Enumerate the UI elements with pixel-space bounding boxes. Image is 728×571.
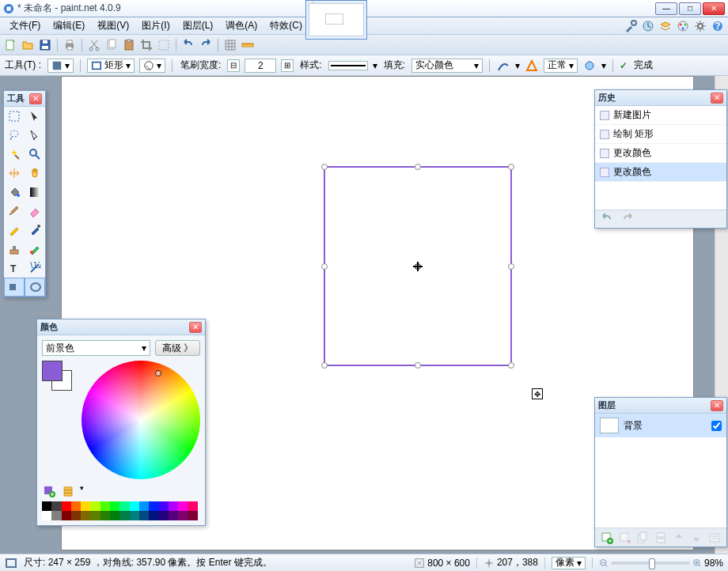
save-button[interactable] [38,38,52,52]
palette-color[interactable] [169,511,178,520]
palette-color[interactable] [188,501,197,511]
add-color-icon[interactable] [42,484,56,498]
palette-color[interactable] [100,501,110,511]
handle-mr[interactable] [508,263,514,270]
clone-tool[interactable] [4,240,25,259]
recolor-tool[interactable] [25,240,45,259]
palette-color[interactable] [130,511,139,520]
palette-color[interactable] [110,511,119,520]
color-mode-selector[interactable]: 前景色▾ [42,340,150,356]
layer-props-button[interactable] [707,531,722,545]
move-up-button[interactable] [672,531,686,545]
palette-color[interactable] [42,501,51,511]
menu-file[interactable]: 文件(F) [3,17,47,34]
palette-color[interactable] [90,501,100,511]
layers-toggle-icon[interactable] [658,19,673,33]
color-wheel[interactable] [82,361,200,479]
brush-increase[interactable]: ⊞ [281,59,294,72]
ellipse-tool[interactable] [25,278,45,297]
style-selector[interactable] [328,61,368,70]
open-button[interactable] [21,38,35,52]
lasso-tool[interactable] [4,126,25,145]
handle-ml[interactable] [321,263,328,270]
maximize-button[interactable]: □ [679,2,701,15]
history-redo[interactable] [620,212,635,226]
copy-button[interactable] [104,38,119,52]
zoom-tool[interactable] [25,145,45,164]
handle-tl[interactable] [321,164,328,170]
palette-menu-icon[interactable] [61,484,75,498]
handle-bl[interactable] [321,362,328,369]
palette-color[interactable] [110,501,119,511]
units-selector[interactable]: 像素▾ [552,557,586,569]
finish-button[interactable]: 完成 [634,59,653,72]
image-thumbnail[interactable]: ★ [305,0,367,40]
history-item[interactable]: 更改颜色 [595,144,726,163]
gradient-tool[interactable] [25,183,45,202]
palette-color[interactable] [149,511,158,520]
eraser-tool[interactable] [25,202,45,221]
history-undo[interactable] [600,212,614,226]
palette-color[interactable] [139,501,149,511]
palette-color[interactable] [119,501,129,511]
zoom-slider[interactable] [611,562,690,565]
palette-color[interactable] [188,511,197,520]
shapes-tool[interactable] [4,278,25,297]
tool-selector[interactable]: ▾ [47,59,74,73]
history-item[interactable]: 绘制 矩形 [595,125,726,144]
fill-selector[interactable]: 实心颜色▾ [411,59,483,73]
menu-image[interactable]: 图片(I) [135,17,176,34]
rectangle-shape[interactable] [324,166,512,366]
palette-color[interactable] [51,501,61,511]
wrench-icon[interactable] [624,19,638,33]
center-handle[interactable] [413,262,423,271]
grid-button[interactable] [223,38,237,52]
ruler-button[interactable] [241,38,255,52]
history-item[interactable]: 新建图片 [595,106,726,125]
palette-color[interactable] [130,501,139,511]
palette-color[interactable] [149,501,158,511]
palette-color[interactable] [139,511,149,520]
menu-effects[interactable]: 特效(C) [264,17,309,34]
menu-adjust[interactable]: 调色(A) [219,17,264,34]
palette-color[interactable] [81,501,90,511]
antialias-icon[interactable] [525,59,539,73]
fg-swatch[interactable] [42,361,63,381]
crop-button[interactable] [139,38,154,52]
color-swatches[interactable] [42,361,72,391]
clock-icon[interactable] [641,19,655,33]
palette-color[interactable] [178,501,188,511]
shape-selector[interactable]: 矩形▾ [87,59,135,73]
new-button[interactable] [3,38,17,52]
blend-selector[interactable]: 正常▾ [544,59,578,73]
fill-tool[interactable] [4,183,25,202]
paste-button[interactable] [122,38,136,52]
print-button[interactable] [63,38,77,52]
sampling-icon[interactable] [582,59,597,73]
handle-br[interactable] [508,362,514,369]
undo-button[interactable] [181,38,195,52]
menu-edit[interactable]: 编辑(E) [47,17,91,34]
palette-color[interactable] [71,501,81,511]
palette-color[interactable] [81,511,90,520]
handle-tm[interactable] [415,164,421,170]
menu-view[interactable]: 视图(V) [91,17,135,34]
palette-color[interactable] [100,511,110,520]
close-button[interactable]: ✕ [703,2,725,15]
brush-value[interactable]: 2 [245,59,276,73]
palette-color[interactable] [159,511,169,520]
help-icon[interactable]: ? [711,19,725,33]
text-tool[interactable]: T [4,259,25,278]
move-down-button[interactable] [689,531,703,545]
cut-button[interactable] [87,38,101,52]
palette-color[interactable] [178,511,188,520]
palette-toggle-icon[interactable] [676,19,690,33]
zoom-in-icon[interactable] [692,558,702,568]
zoom-out-icon[interactable] [599,558,609,568]
eyedropper-tool[interactable] [25,221,45,240]
palette-color[interactable] [159,501,169,511]
palette-color[interactable] [51,511,61,520]
menu-layers[interactable]: 图层(L) [176,17,220,34]
duplicate-layer-button[interactable] [635,531,650,545]
history-item[interactable]: 更改颜色 [595,163,726,182]
